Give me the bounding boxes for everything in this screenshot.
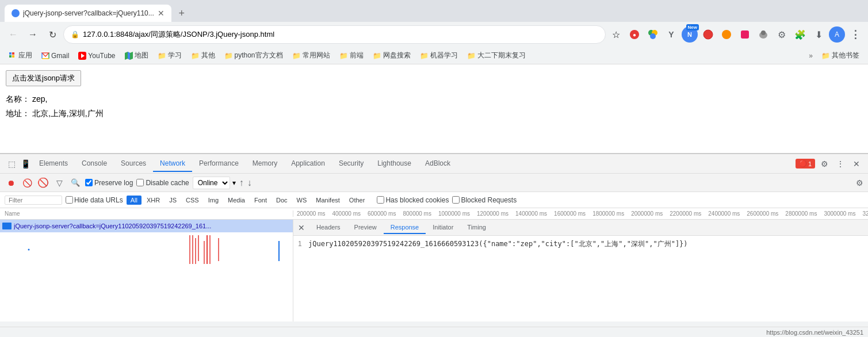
folder-icon-common: 📁 [292, 52, 301, 60]
extension-download-icon[interactable]: ⬇ [810, 26, 827, 43]
blocked-requests-label[interactable]: Blocked Requests [452, 196, 517, 204]
filter-ws-button[interactable]: WS [293, 196, 311, 205]
detail-tab-headers[interactable]: Headers [309, 221, 347, 234]
filter-xhr-button[interactable]: XHR [143, 196, 164, 205]
url-input[interactable] [83, 30, 598, 39]
tab-lighthouse[interactable]: Lighthouse [370, 156, 418, 172]
throttle-control[interactable]: Online ▾ [193, 177, 236, 189]
star-icon[interactable]: ☆ [608, 26, 624, 43]
tab-elements[interactable]: Elements [32, 156, 75, 172]
devtools-menu-icon[interactable]: ⋮ [833, 157, 847, 171]
tab-sources[interactable]: Sources [114, 156, 153, 172]
name-header: Name [0, 210, 293, 217]
filter-js-button[interactable]: JS [165, 196, 181, 205]
detail-tab-timing[interactable]: Timing [460, 221, 493, 234]
has-blocked-cookies-checkbox[interactable] [377, 196, 384, 204]
bookmark-common[interactable]: 📁 常用网站 [288, 49, 334, 62]
filter-input[interactable] [5, 196, 62, 205]
address-bar[interactable]: 🔒 [63, 25, 606, 44]
back-button[interactable]: ← [5, 26, 22, 43]
bookmark-maps[interactable]: 地图 [121, 49, 152, 62]
hide-data-urls-checkbox[interactable] [66, 196, 73, 204]
tab-console[interactable]: Console [75, 156, 114, 172]
upload-button[interactable]: ↑ [239, 178, 244, 188]
bookmark-exam[interactable]: 📁 大二下期末复习 [463, 49, 530, 62]
bookmark-gmail[interactable]: Gmail [37, 50, 73, 62]
stop-recording-button[interactable]: 🚫 [21, 177, 33, 189]
extension-pink-icon[interactable] [737, 26, 753, 43]
filter-button[interactable]: ▽ [53, 177, 66, 189]
detail-tab-response[interactable]: Response [384, 221, 426, 234]
filter-img-button[interactable]: Img [204, 196, 223, 205]
clear-button[interactable]: 🚫 [37, 177, 49, 189]
tab-close-button[interactable]: ✕ [158, 9, 165, 18]
tab-application[interactable]: Application [284, 156, 332, 172]
extension-circle-red-icon[interactable] [700, 26, 716, 43]
hide-data-urls-label[interactable]: Hide data URLs [66, 196, 123, 204]
forward-button[interactable]: → [24, 26, 41, 43]
tab-security[interactable]: Security [332, 156, 370, 172]
network-request-row[interactable]: jQuery-jsonp-server?callback=jQuery11020… [0, 220, 293, 232]
bookmark-study[interactable]: 📁 学习 [154, 49, 186, 62]
tab-performance[interactable]: Performance [192, 156, 246, 172]
result-address-line: 地址： 北京,上海,深圳,广州 [6, 106, 862, 121]
tab-network[interactable]: Network [153, 156, 192, 172]
user-avatar-icon[interactable]: A [829, 26, 845, 43]
reload-button[interactable]: ↻ [44, 26, 61, 43]
extension-elephant-icon[interactable] [755, 26, 771, 43]
throttle-select[interactable]: Online [193, 177, 230, 189]
has-blocked-cookies-label[interactable]: Has blocked cookies [377, 196, 449, 204]
extension-multicolor-icon[interactable] [645, 26, 661, 43]
bookmark-youtube[interactable]: YouTube [74, 50, 119, 62]
devtools-close-icon[interactable]: ✕ [850, 157, 863, 171]
search-button[interactable]: 🔍 [69, 177, 82, 189]
inspect-element-icon[interactable]: ⬚ [5, 157, 18, 171]
filter-doc-button[interactable]: Doc [272, 196, 292, 205]
bookmark-netdisk[interactable]: 📁 网盘搜索 [369, 49, 415, 62]
blocked-requests-checkbox[interactable] [452, 196, 460, 204]
bookmark-other[interactable]: 📁 其他 [187, 49, 219, 62]
more-bookmarks-button[interactable]: » [805, 51, 816, 61]
tl-600: 600000 ms [364, 210, 399, 217]
bookmark-apps[interactable]: 应用 [5, 49, 36, 62]
menu-button[interactable]: ⋮ [847, 26, 863, 43]
filter-manifest-button[interactable]: Manifest [312, 196, 344, 205]
detail-close-button[interactable]: ✕ [298, 223, 305, 232]
extension-red-icon[interactable]: ● [626, 26, 643, 43]
filter-all-button[interactable]: All [127, 196, 142, 205]
filter-css-button[interactable]: CSS [182, 196, 203, 205]
download-button[interactable]: ↓ [247, 178, 252, 188]
detail-tab-initiator[interactable]: Initiator [426, 221, 460, 234]
bookmark-ml[interactable]: 📁 机器学习 [416, 49, 462, 62]
record-button[interactable]: ⏺ [5, 177, 17, 189]
extension-new-icon[interactable]: N New [682, 26, 698, 43]
tab-adblock[interactable]: AdBlock [418, 156, 457, 172]
filter-font-button[interactable]: Font [250, 196, 271, 205]
preserve-log-checkbox[interactable] [85, 179, 93, 186]
extension-y-icon[interactable]: Y [663, 26, 679, 43]
disable-cache-label[interactable]: Disable cache [136, 179, 189, 187]
disable-cache-checkbox[interactable] [136, 179, 144, 186]
bookmark-python[interactable]: 📁 python官方文档 [220, 49, 287, 62]
extension-gear-icon[interactable]: ⚙ [774, 26, 790, 43]
error-count: 1 [808, 160, 812, 167]
detail-tab-preview[interactable]: Preview [347, 221, 384, 234]
tab-title: jQuery-jsonp-server?callback=jQuery110..… [23, 9, 154, 17]
filter-media-button[interactable]: Media [224, 196, 249, 205]
extension-orange-icon[interactable] [718, 26, 735, 43]
error-badge[interactable]: 🔴 1 [796, 159, 815, 168]
device-toggle-icon[interactable]: 📱 [18, 157, 32, 171]
svg-marker-22 [128, 52, 130, 60]
apps-icon [9, 52, 17, 60]
filter-other-button[interactable]: Other [345, 196, 369, 205]
extension-puzzle-icon[interactable]: 🧩 [792, 26, 808, 43]
new-tab-button[interactable]: + [174, 5, 190, 21]
tab-memory[interactable]: Memory [246, 156, 284, 172]
devtools-settings-icon[interactable]: ⚙ [817, 157, 831, 171]
preserve-log-label[interactable]: Preserve log [85, 179, 133, 187]
jsonp-request-button[interactable]: 点击发送jsonp请求 [6, 70, 81, 86]
network-settings-button[interactable]: ⚙ [856, 178, 863, 187]
bookmark-frontend[interactable]: 📁 前端 [335, 49, 368, 62]
bookmark-other-bar[interactable]: 📁 其他书签 [817, 49, 863, 62]
active-tab[interactable]: jQuery-jsonp-server?callback=jQuery110..… [5, 5, 171, 22]
